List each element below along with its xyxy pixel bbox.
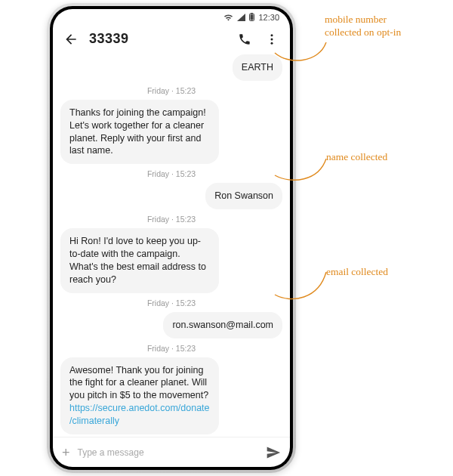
message-sent: Ron Swanson xyxy=(60,183,282,209)
timestamp: Friday · 15:23 xyxy=(60,298,282,308)
phone-frame: 12:30 33339 EARTH Frida xyxy=(47,3,296,473)
timestamp: Friday · 15:23 xyxy=(60,86,282,95)
message-link[interactable]: https://secure.anedot.com/donate/climate… xyxy=(69,403,210,426)
message-sent: ron.swanson@mail.com xyxy=(60,312,282,338)
svg-point-4 xyxy=(271,38,273,40)
chat-header: 33339 xyxy=(53,26,290,54)
more-button[interactable] xyxy=(263,30,281,48)
annotation-email: email collected xyxy=(326,266,417,279)
svg-rect-2 xyxy=(251,15,254,20)
chat-body[interactable]: EARTH Friday · 15:23 Thanks for joining … xyxy=(53,54,290,437)
attach-button[interactable]: + xyxy=(62,446,70,459)
annotation-name: name collected xyxy=(326,151,417,164)
svg-point-3 xyxy=(271,34,273,36)
status-time: 12:30 xyxy=(258,13,279,22)
message-bubble: Ron Swanson xyxy=(205,183,282,209)
message-received: Hi Ron! I'd love to keep you up-to-date … xyxy=(60,228,282,293)
input-bar: + Type a message xyxy=(53,437,290,467)
message-received: Thanks for joining the campaign! Let's w… xyxy=(60,100,282,165)
timestamp: Friday · 15:23 xyxy=(60,169,282,178)
back-button[interactable] xyxy=(62,30,80,48)
timestamp: Friday · 15:23 xyxy=(60,215,282,224)
battery-icon xyxy=(249,13,254,21)
chat-title: 33339 xyxy=(89,31,226,47)
signal-icon xyxy=(237,14,245,21)
svg-point-5 xyxy=(271,42,273,45)
message-input[interactable]: Type a message xyxy=(78,447,258,458)
message-bubble: Thanks for joining the campaign! Let's w… xyxy=(60,100,219,165)
phone-bezel: 12:30 33339 EARTH Frida xyxy=(50,6,293,470)
wifi-icon xyxy=(223,14,233,21)
message-bubble: Hi Ron! I'd love to keep you up-to-date … xyxy=(60,228,219,293)
message-bubble: EARTH xyxy=(233,54,282,81)
call-button[interactable] xyxy=(236,30,254,48)
status-bar: 12:30 xyxy=(53,9,290,26)
timestamp: Friday · 15:23 xyxy=(60,344,282,353)
message-received: Awesome! Thank you for joining the fight… xyxy=(60,357,282,434)
send-button[interactable] xyxy=(266,445,281,460)
annotation-mobile-number: mobile number collected on opt-in xyxy=(325,14,415,39)
message-bubble: ron.swanson@mail.com xyxy=(163,312,282,338)
screen: 12:30 33339 EARTH Frida xyxy=(53,9,290,467)
message-text: Awesome! Thank you for joining the fight… xyxy=(69,365,208,401)
message-sent: EARTH xyxy=(60,54,282,81)
message-bubble: Awesome! Thank you for joining the fight… xyxy=(60,357,219,434)
